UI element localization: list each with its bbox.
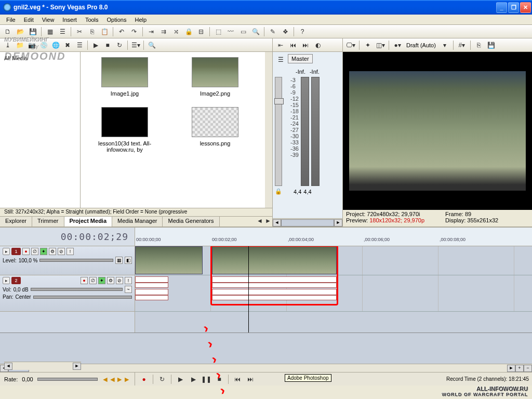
media-item[interactable]: Image2.png xyxy=(176,57,254,97)
playhead[interactable] xyxy=(248,246,249,332)
zoom-out-icon[interactable]: − xyxy=(524,365,532,372)
go-end-icon[interactable]: ⏭ xyxy=(300,39,311,51)
zoom-in-icon[interactable]: + xyxy=(515,365,524,372)
scroll-right-icon[interactable]: ► xyxy=(507,365,515,372)
undo-icon[interactable]: ↶ xyxy=(116,26,127,37)
tab-scroll-left-icon[interactable]: ◄ xyxy=(256,217,264,225)
close-button[interactable]: ✕ xyxy=(520,2,531,13)
play-start-button[interactable]: ▶ xyxy=(175,374,186,385)
track-motion-icon[interactable]: ◧ xyxy=(125,257,132,264)
menu-view[interactable]: View xyxy=(38,16,59,24)
tab-project-media[interactable]: Project Media xyxy=(64,217,113,227)
tab-trimmer[interactable]: Trimmer xyxy=(32,217,64,227)
lock-icon[interactable]: 🔒 xyxy=(275,188,282,195)
minimize-button[interactable]: _ xyxy=(496,2,507,13)
auto-crossfade-icon[interactable]: ⤭ xyxy=(170,26,182,37)
play-button[interactable]: ▶ xyxy=(188,374,199,385)
timecode-display[interactable]: 00:00:02;29 xyxy=(61,231,128,242)
stop-media-icon[interactable]: ■ xyxy=(102,39,113,51)
auto-preview-icon[interactable]: ↻ xyxy=(114,39,125,51)
go-start-icon[interactable]: ⏮ xyxy=(287,39,299,51)
tab-media-manager[interactable]: Media Manager xyxy=(112,217,163,227)
bypass-fx-icon[interactable]: ∅ xyxy=(31,248,38,255)
audio-clip[interactable] xyxy=(135,289,168,300)
media-item[interactable]: lesson10(3d text. All-infowow.ru, by xyxy=(86,107,164,153)
audio-clip[interactable] xyxy=(135,276,168,288)
mute-icon[interactable]: ⊘ xyxy=(58,248,65,255)
open-icon[interactable]: 📂 xyxy=(15,26,26,37)
lock-envelopes-icon[interactable]: 🔒 xyxy=(183,26,194,37)
menu-options[interactable]: Options xyxy=(103,16,131,24)
ignore-grouping-icon[interactable]: ⊟ xyxy=(195,26,207,37)
tab-media-generators[interactable]: Media Generators xyxy=(163,217,219,227)
tree-root[interactable]: All Media xyxy=(2,54,78,62)
track-fx-icon[interactable]: ✦ xyxy=(40,248,47,255)
overlays-icon[interactable]: #▾ xyxy=(456,39,468,51)
search-icon[interactable]: 🔍 xyxy=(146,39,157,51)
auto-ripple-icon[interactable]: ⇉ xyxy=(158,26,169,37)
paste-icon[interactable]: 📋 xyxy=(99,26,110,37)
normal-edit-icon[interactable]: ⬚ xyxy=(212,26,224,37)
zoom-icon[interactable]: 🔍 xyxy=(250,26,261,37)
import-icon[interactable]: ⤓ xyxy=(2,39,14,51)
expand-icon[interactable]: ▸ xyxy=(3,248,10,255)
master-fader[interactable] xyxy=(275,77,282,186)
video-clip[interactable] xyxy=(135,246,203,274)
bypass-fx-icon[interactable]: ∅ xyxy=(89,277,97,284)
remove-icon[interactable]: ✖ xyxy=(62,39,73,51)
help-icon[interactable]: ? xyxy=(297,26,308,37)
import-folder-icon[interactable]: 📁 xyxy=(14,39,25,51)
snap-icon[interactable]: ⇥ xyxy=(145,26,157,37)
menu-edit[interactable]: Edit xyxy=(20,16,38,24)
video-fx-icon[interactable]: ✦ xyxy=(362,39,374,51)
track-header-video[interactable]: ▸ 1 ● ∅ ✦ ⚙ ⊘ ! Level: 100,0 % ▦ ◧ xyxy=(0,246,135,275)
record-button[interactable]: ● xyxy=(138,374,150,385)
quality-icon[interactable]: ●▾ xyxy=(392,39,403,51)
pencil-icon[interactable]: ✎ xyxy=(267,26,278,37)
master-props-icon[interactable]: ☰ xyxy=(275,54,286,65)
media-item[interactable]: Image1.jpg xyxy=(86,57,164,97)
select-icon[interactable]: ▭ xyxy=(237,26,249,37)
timeline-ruler[interactable]: 00:00:00;00 00:00:02;00 ,00:00:04;00 ,00… xyxy=(135,228,532,246)
script-icon[interactable]: ❖ xyxy=(280,26,291,37)
record-arm-icon[interactable]: ● xyxy=(81,277,88,284)
solo-icon[interactable]: ! xyxy=(125,277,132,284)
loop-button[interactable]: ↻ xyxy=(156,374,168,385)
menu-file[interactable]: File xyxy=(2,16,20,24)
maximize-button[interactable]: ❐ xyxy=(508,2,519,13)
level-slider[interactable] xyxy=(39,259,113,262)
master-bus-button[interactable]: Master xyxy=(288,54,313,63)
timeline-empty-area[interactable] xyxy=(0,332,532,364)
render-icon[interactable]: ▦ xyxy=(44,26,56,37)
tree-scrollbar[interactable]: ◄► xyxy=(4,362,81,370)
capture-icon[interactable]: 📷 xyxy=(26,39,37,51)
copy-icon[interactable]: ⎘ xyxy=(86,26,98,37)
rate-slider[interactable] xyxy=(37,378,98,381)
pause-button[interactable]: ❚❚ xyxy=(201,374,212,385)
envelope-icon[interactable]: 〰 xyxy=(225,26,236,37)
tab-explorer[interactable]: Explorer xyxy=(0,217,32,227)
automation-icon[interactable]: ⚙ xyxy=(107,277,114,284)
track-header-audio[interactable]: ▸ 2 ● ∅ ✦ ⚙ ⊘ ! Vol: 0,0 dB ~ Pa xyxy=(0,275,135,312)
downmix-icon[interactable]: ⇤ xyxy=(275,39,286,51)
cut-icon[interactable]: ✂ xyxy=(74,26,85,37)
go-start-button[interactable]: ⏮ xyxy=(232,374,243,385)
record-arm-icon[interactable]: ● xyxy=(22,248,30,255)
redo-icon[interactable]: ↷ xyxy=(128,26,140,37)
menu-tools[interactable]: Tools xyxy=(81,16,103,24)
copy-snapshot-icon[interactable]: ⎘ xyxy=(473,39,485,51)
track-fx-icon[interactable]: ✦ xyxy=(98,277,105,284)
dim-icon[interactable]: ◐ xyxy=(312,39,324,51)
media-item[interactable]: lessons.png xyxy=(176,107,254,153)
mixer-scrollbar[interactable]: ◄► xyxy=(273,218,342,227)
shuttle-icon[interactable]: ◄◄►► xyxy=(102,375,130,383)
make-composite-icon[interactable]: ▦ xyxy=(115,257,123,264)
save-snapshot-icon[interactable]: 💾 xyxy=(486,39,497,51)
properties2-icon[interactable]: ☰ xyxy=(74,39,85,51)
pan-slider[interactable] xyxy=(33,296,132,299)
properties-icon[interactable]: ☰ xyxy=(57,26,68,37)
new-icon[interactable]: 🗋 xyxy=(2,26,14,37)
external-monitor-icon[interactable]: 🖵▾ xyxy=(345,39,356,51)
track-lanes[interactable] xyxy=(135,246,532,332)
web-icon[interactable]: 🌐 xyxy=(50,39,61,51)
